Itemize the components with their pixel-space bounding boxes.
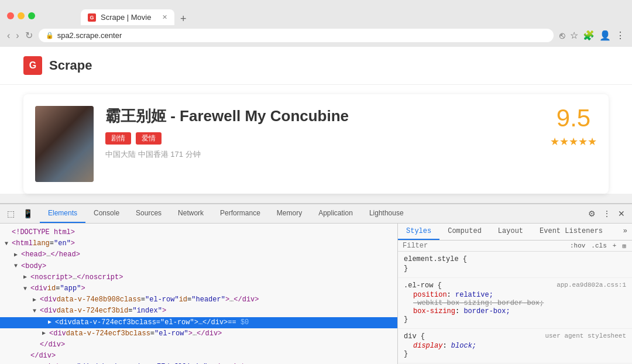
css-prop-box-sizing: box-sizing: border-box;: [404, 307, 626, 315]
maximize-button[interactable]: [28, 12, 35, 19]
movie-info: 霸王别姬 - Farewell My Concubine 剧情 爱情 中国大陆 …: [105, 106, 538, 160]
score-number: 9.5: [557, 106, 590, 131]
tab-close-icon[interactable]: ✕: [162, 13, 167, 21]
bookmark-icon[interactable]: ☆: [570, 30, 578, 41]
tab-sources[interactable]: Sources: [128, 204, 170, 223]
reload-button[interactable]: ↻: [25, 30, 33, 41]
triangle-icon: ▶: [33, 296, 40, 305]
active-tab[interactable]: G Scrape | Movie ✕: [81, 9, 174, 25]
styles-tab-styles[interactable]: Styles: [398, 224, 439, 240]
minimize-button[interactable]: [18, 12, 25, 19]
css-block-el-row: .el-row { app.ea9d802a.css:1 position: r…: [398, 278, 632, 329]
devtools-body: <!DOCTYPE html> <html lang="en" > ▶ <hea…: [0, 224, 632, 364]
triangle-icon: ▶: [23, 273, 30, 282]
dom-line-html[interactable]: <html lang="en" >: [0, 238, 397, 249]
settings-icon[interactable]: ⚙: [586, 207, 598, 221]
css-selector-div: div { user agent stylesheet: [404, 332, 626, 341]
new-rule-icon[interactable]: ⊞: [621, 242, 627, 250]
css-prop-webkit-box-sizing: -webkit-box-sizing: border-box;: [404, 299, 626, 307]
dom-line-close-div[interactable]: </div>: [0, 339, 397, 351]
profile-icon[interactable]: 👤: [599, 30, 611, 41]
styles-tab-event-listeners[interactable]: Event Listeners: [531, 224, 611, 240]
tag-love: 爱情: [136, 132, 162, 145]
devtools-tab-bar: ⬚ 📱 Elements Console Sources Network Per…: [0, 204, 632, 224]
add-style-icon[interactable]: +: [612, 242, 618, 249]
devtools-right-icons: ⚙ ⋮ ✕: [586, 207, 627, 221]
dom-line-head[interactable]: ▶ <head>…</head>: [0, 249, 397, 260]
dom-line-header[interactable]: ▶ <div data-v-74e8b908 class="el-row" id…: [0, 294, 397, 305]
tab-memory[interactable]: Memory: [269, 204, 310, 223]
dom-line-doctype[interactable]: <!DOCTYPE html>: [0, 227, 397, 238]
movie-score: 9.5 ★★★★★: [550, 106, 597, 148]
tag-drama: 剧情: [105, 132, 131, 145]
triangle-icon: ▼: [14, 262, 21, 271]
close-devtools-icon[interactable]: ✕: [616, 207, 627, 221]
css-selector: element.style {: [404, 255, 626, 263]
tab-lighthouse[interactable]: Lighthouse: [361, 204, 412, 223]
breakpoint-dot: ●: [42, 318, 46, 327]
hov-button[interactable]: :hov: [569, 242, 586, 249]
triangle-icon: ▼: [33, 307, 40, 316]
styles-tab-layout[interactable]: Layout: [490, 224, 531, 240]
triangle-icon: ▼: [23, 284, 30, 294]
dom-line-script1[interactable]: <script src="/js/chunk-vendors.77daf991.…: [0, 362, 397, 364]
new-tab-button[interactable]: +: [177, 13, 190, 25]
movie-meta: 中国大陆 中国香港 171 分钟: [105, 149, 538, 160]
tab-application[interactable]: Application: [310, 204, 361, 223]
styles-tab-bar: Styles Computed Layout Event Listeners »: [398, 224, 632, 241]
filter-right: :hov .cls + ⊞: [569, 242, 627, 250]
dom-line-app[interactable]: ▼ <div id="app" >: [0, 283, 397, 294]
menu-icon[interactable]: ⋮: [616, 30, 625, 41]
forward-button[interactable]: ›: [16, 30, 19, 41]
tabs-bar: G Scrape | Movie ✕ +: [40, 9, 190, 25]
tab-favicon: G: [88, 13, 96, 22]
more-icon[interactable]: ⋮: [600, 207, 613, 221]
site-header: G Scrape: [0, 47, 632, 85]
page-content: G Scrape 霸王别姬 - Farewell My Concubine 剧情…: [0, 47, 632, 194]
cls-button[interactable]: .cls: [590, 242, 607, 249]
extension-icon[interactable]: 🧩: [583, 30, 595, 41]
poster-image: [35, 106, 94, 182]
url-bar[interactable]: 🔒 spa2.scrape.center: [39, 29, 554, 42]
logo-text: Scrape: [49, 58, 92, 73]
dom-line-noscript[interactable]: ▶ <noscript>…</noscript>: [0, 272, 397, 283]
title-bar: G Scrape | Movie ✕ +: [0, 0, 632, 25]
triangle-icon: [5, 239, 12, 249]
tab-network[interactable]: Network: [170, 204, 212, 223]
cast-icon[interactable]: ⎋: [559, 30, 565, 41]
css-close-brace: }: [404, 265, 626, 273]
tab-elements[interactable]: Elements: [40, 204, 85, 223]
tab-console[interactable]: Console: [85, 204, 128, 223]
dom-panel: <!DOCTYPE html> <html lang="en" > ▶ <hea…: [0, 224, 398, 364]
movie-poster: [35, 106, 94, 182]
dom-line-selected[interactable]: ● ▶ <div data-v-724ecf3b class="el-row" …: [0, 317, 397, 328]
tab-performance[interactable]: Performance: [212, 204, 269, 223]
dom-line-close-app[interactable]: </div>: [0, 351, 397, 362]
dom-line-body[interactable]: ▼ <body>: [0, 261, 397, 272]
address-bar: ‹ › ↻ 🔒 spa2.scrape.center ⎋ ☆ 🧩 👤 ⋮: [0, 25, 632, 47]
browser-chrome: G Scrape | Movie ✕ + ‹ › ↻ 🔒 spa2.scrape…: [0, 0, 632, 47]
triangle-icon: ▶: [48, 318, 55, 327]
back-button[interactable]: ‹: [7, 30, 10, 41]
css-prop-display: display: block;: [404, 342, 626, 350]
styles-tab-computed[interactable]: Computed: [439, 224, 490, 240]
filter-input[interactable]: [403, 242, 569, 250]
inspect-icon[interactable]: ⬚: [5, 207, 17, 221]
css-close-brace2: }: [404, 315, 626, 324]
toolbar-right: ⎋ ☆ 🧩 👤 ⋮: [559, 30, 625, 41]
dom-line-elrow2[interactable]: ▶ <div data-v-724ecf3b class="el-row" >……: [0, 328, 397, 339]
close-button[interactable]: [7, 12, 14, 19]
css-close-brace3: }: [404, 350, 626, 358]
css-selector-el-row: .el-row { app.ea9d802a.css:1: [404, 281, 626, 290]
movie-tags: 剧情 爱情: [105, 132, 538, 145]
styles-more-icon[interactable]: »: [619, 224, 632, 240]
filter-bar: :hov .cls + ⊞: [398, 241, 632, 252]
url-text: spa2.scrape.center: [57, 31, 122, 40]
devtools-icons: ⬚ 📱: [5, 207, 35, 221]
styles-panel: Styles Computed Layout Event Listeners »…: [398, 224, 632, 364]
traffic-lights: [7, 12, 35, 19]
movie-card: 霸王别姬 - Farewell My Concubine 剧情 爱情 中国大陆 …: [23, 94, 609, 194]
dom-line-index[interactable]: ▼ <div data-v-724ecf3b id="index" >: [0, 305, 397, 317]
device-icon[interactable]: 📱: [20, 207, 35, 221]
css-block-div: div { user agent stylesheet display: blo…: [398, 329, 632, 363]
